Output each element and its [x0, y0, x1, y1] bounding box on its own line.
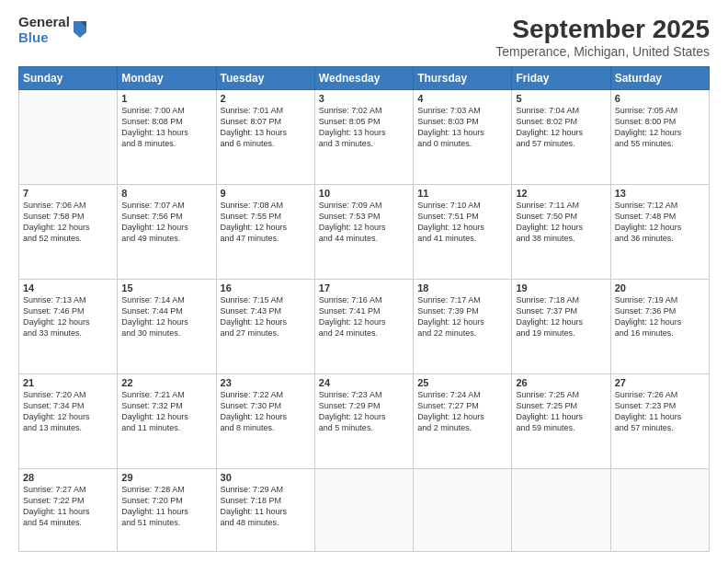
day-number: 12	[516, 188, 606, 199]
col-saturday: Saturday	[610, 67, 709, 90]
day-number: 27	[615, 377, 705, 388]
table-row	[414, 468, 512, 551]
day-info: Sunrise: 7:18 AMSunset: 7:37 PMDaylight:…	[516, 294, 606, 339]
logo: General Blue	[18, 15, 88, 45]
page-header: General Blue September 2025 Temperance, …	[18, 15, 710, 59]
table-row: 9Sunrise: 7:08 AMSunset: 7:55 PMDaylight…	[216, 184, 314, 279]
month-title: September 2025	[495, 15, 710, 44]
table-row: 20Sunrise: 7:19 AMSunset: 7:36 PMDayligh…	[610, 279, 709, 373]
day-info: Sunrise: 7:23 AMSunset: 7:29 PMDaylight:…	[319, 389, 409, 434]
table-row: 3Sunrise: 7:02 AMSunset: 8:05 PMDaylight…	[314, 90, 413, 185]
day-number: 3	[319, 93, 409, 104]
table-row: 27Sunrise: 7:26 AMSunset: 7:23 PMDayligh…	[610, 373, 709, 468]
day-number: 2	[221, 93, 311, 104]
day-info: Sunrise: 7:28 AMSunset: 7:20 PMDaylight:…	[121, 484, 211, 529]
day-number: 11	[417, 188, 507, 199]
table-row: 18Sunrise: 7:17 AMSunset: 7:39 PMDayligh…	[414, 279, 512, 373]
day-number: 29	[121, 472, 211, 483]
day-info: Sunrise: 7:17 AMSunset: 7:39 PMDaylight:…	[417, 294, 507, 339]
day-info: Sunrise: 7:02 AMSunset: 8:05 PMDaylight:…	[319, 105, 409, 150]
day-info: Sunrise: 7:21 AMSunset: 7:32 PMDaylight:…	[121, 389, 211, 434]
calendar-week-row: 14Sunrise: 7:13 AMSunset: 7:46 PMDayligh…	[19, 279, 710, 373]
col-thursday: Thursday	[414, 67, 512, 90]
day-number: 25	[417, 377, 507, 388]
table-row	[610, 468, 709, 551]
day-number: 10	[319, 188, 409, 199]
table-row: 2Sunrise: 7:01 AMSunset: 8:07 PMDaylight…	[216, 90, 314, 185]
day-number: 5	[516, 93, 606, 104]
table-row: 10Sunrise: 7:09 AMSunset: 7:53 PMDayligh…	[314, 184, 413, 279]
day-info: Sunrise: 7:29 AMSunset: 7:18 PMDaylight:…	[221, 484, 311, 529]
table-row	[19, 90, 118, 185]
day-info: Sunrise: 7:24 AMSunset: 7:27 PMDaylight:…	[417, 389, 507, 434]
table-row: 19Sunrise: 7:18 AMSunset: 7:37 PMDayligh…	[512, 279, 610, 373]
table-row: 5Sunrise: 7:04 AMSunset: 8:02 PMDaylight…	[512, 90, 610, 185]
day-info: Sunrise: 7:06 AMSunset: 7:58 PMDaylight:…	[23, 200, 113, 245]
title-block: September 2025 Temperance, Michigan, Uni…	[495, 15, 710, 59]
table-row: 16Sunrise: 7:15 AMSunset: 7:43 PMDayligh…	[216, 279, 314, 373]
col-wednesday: Wednesday	[314, 67, 413, 90]
day-number: 28	[23, 472, 113, 483]
day-number: 6	[615, 93, 705, 104]
day-info: Sunrise: 7:05 AMSunset: 8:00 PMDaylight:…	[615, 105, 705, 150]
day-info: Sunrise: 7:00 AMSunset: 8:08 PMDaylight:…	[121, 105, 211, 150]
col-friday: Friday	[512, 67, 610, 90]
table-row: 4Sunrise: 7:03 AMSunset: 8:03 PMDaylight…	[414, 90, 512, 185]
table-row: 13Sunrise: 7:12 AMSunset: 7:48 PMDayligh…	[610, 184, 709, 279]
calendar-week-row: 7Sunrise: 7:06 AMSunset: 7:58 PMDaylight…	[19, 184, 710, 279]
day-number: 23	[221, 377, 311, 388]
day-number: 19	[516, 282, 606, 293]
calendar-header-row: Sunday Monday Tuesday Wednesday Thursday…	[19, 67, 710, 90]
table-row	[314, 468, 413, 551]
table-row: 21Sunrise: 7:20 AMSunset: 7:34 PMDayligh…	[19, 373, 118, 468]
table-row: 30Sunrise: 7:29 AMSunset: 7:18 PMDayligh…	[216, 468, 314, 551]
table-row: 7Sunrise: 7:06 AMSunset: 7:58 PMDaylight…	[19, 184, 118, 279]
table-row: 11Sunrise: 7:10 AMSunset: 7:51 PMDayligh…	[414, 184, 512, 279]
day-number: 22	[121, 377, 211, 388]
table-row: 15Sunrise: 7:14 AMSunset: 7:44 PMDayligh…	[118, 279, 216, 373]
table-row	[512, 468, 610, 551]
day-info: Sunrise: 7:11 AMSunset: 7:50 PMDaylight:…	[516, 200, 606, 245]
day-number: 16	[221, 282, 311, 293]
day-number: 9	[221, 188, 311, 199]
table-row: 24Sunrise: 7:23 AMSunset: 7:29 PMDayligh…	[314, 373, 413, 468]
day-info: Sunrise: 7:14 AMSunset: 7:44 PMDaylight:…	[121, 294, 211, 339]
table-row: 23Sunrise: 7:22 AMSunset: 7:30 PMDayligh…	[216, 373, 314, 468]
day-info: Sunrise: 7:27 AMSunset: 7:22 PMDaylight:…	[23, 484, 113, 529]
day-number: 14	[23, 282, 113, 293]
day-info: Sunrise: 7:15 AMSunset: 7:43 PMDaylight:…	[221, 294, 311, 339]
calendar-week-row: 1Sunrise: 7:00 AMSunset: 8:08 PMDaylight…	[19, 90, 710, 185]
day-info: Sunrise: 7:25 AMSunset: 7:25 PMDaylight:…	[516, 389, 606, 434]
table-row: 29Sunrise: 7:28 AMSunset: 7:20 PMDayligh…	[118, 468, 216, 551]
day-info: Sunrise: 7:03 AMSunset: 8:03 PMDaylight:…	[417, 105, 507, 150]
day-number: 24	[319, 377, 409, 388]
day-number: 18	[417, 282, 507, 293]
table-row: 8Sunrise: 7:07 AMSunset: 7:56 PMDaylight…	[118, 184, 216, 279]
table-row: 6Sunrise: 7:05 AMSunset: 8:00 PMDaylight…	[610, 90, 709, 185]
day-info: Sunrise: 7:10 AMSunset: 7:51 PMDaylight:…	[417, 200, 507, 245]
day-number: 4	[417, 93, 507, 104]
calendar-week-row: 21Sunrise: 7:20 AMSunset: 7:34 PMDayligh…	[19, 373, 710, 468]
table-row: 26Sunrise: 7:25 AMSunset: 7:25 PMDayligh…	[512, 373, 610, 468]
day-info: Sunrise: 7:22 AMSunset: 7:30 PMDaylight:…	[221, 389, 311, 434]
table-row: 12Sunrise: 7:11 AMSunset: 7:50 PMDayligh…	[512, 184, 610, 279]
day-number: 13	[615, 188, 705, 199]
day-number: 30	[221, 472, 311, 483]
logo-icon	[72, 19, 88, 40]
day-info: Sunrise: 7:04 AMSunset: 8:02 PMDaylight:…	[516, 105, 606, 150]
day-number: 15	[121, 282, 211, 293]
day-info: Sunrise: 7:07 AMSunset: 7:56 PMDaylight:…	[121, 200, 211, 245]
day-number: 7	[23, 188, 113, 199]
day-number: 21	[23, 377, 113, 388]
day-info: Sunrise: 7:19 AMSunset: 7:36 PMDaylight:…	[615, 294, 705, 339]
logo-blue: Blue	[18, 30, 70, 46]
day-info: Sunrise: 7:09 AMSunset: 7:53 PMDaylight:…	[319, 200, 409, 245]
subtitle: Temperance, Michigan, United States	[495, 44, 710, 59]
day-info: Sunrise: 7:08 AMSunset: 7:55 PMDaylight:…	[221, 200, 311, 245]
calendar-table: Sunday Monday Tuesday Wednesday Thursday…	[18, 66, 710, 552]
day-info: Sunrise: 7:01 AMSunset: 8:07 PMDaylight:…	[221, 105, 311, 150]
day-info: Sunrise: 7:13 AMSunset: 7:46 PMDaylight:…	[23, 294, 113, 339]
col-sunday: Sunday	[19, 67, 118, 90]
day-number: 17	[319, 282, 409, 293]
col-monday: Monday	[118, 67, 216, 90]
